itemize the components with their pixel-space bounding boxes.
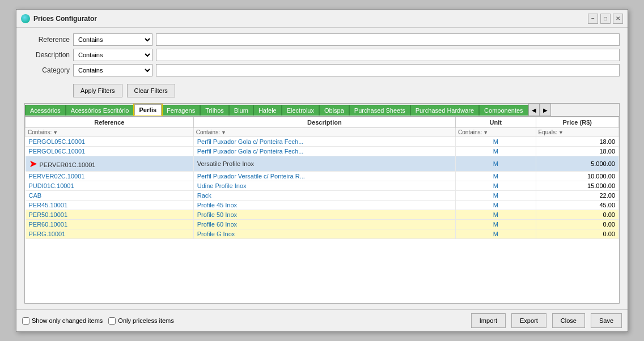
only-priceless-group: Only priceless items [108, 317, 173, 325]
description-input[interactable] [156, 49, 620, 61]
cell-price: 18.00 [536, 147, 618, 156]
col-header-description: Description [193, 117, 455, 128]
save-button[interactable]: Save [591, 313, 622, 328]
cell-ref: PERVER02C.10001 [26, 172, 194, 181]
content-area: Reference Contains Description Contains … [16, 28, 628, 309]
tab-acessorios-escritorio[interactable]: Acessórios Escritório [66, 105, 134, 116]
minimize-button[interactable]: − [588, 14, 598, 24]
clear-filters-button[interactable]: Clear Filters [127, 84, 175, 97]
export-button[interactable]: Export [511, 313, 546, 328]
reference-filter-row: Reference Contains [24, 33, 620, 46]
table-row[interactable]: PUDI01C.10001 Udine Profile Inox M 15.00… [26, 181, 619, 191]
cell-price: 0.00 [536, 229, 618, 239]
table-wrapper[interactable]: Reference Description Unit Price (R$) Co… [25, 117, 619, 303]
tab-obispa[interactable]: Obispa [319, 105, 349, 116]
cell-unit: M [456, 156, 536, 172]
table-area: Acessórios Acessórios Escritório Perfis … [24, 103, 620, 304]
cell-desc: Rack [193, 191, 455, 201]
desc-filter-icon: ▼ [221, 130, 226, 135]
cell-ref: PER45.10001 [26, 201, 194, 210]
description-filter-row: Description Contains [24, 49, 620, 61]
price-filter-icon: ▼ [558, 130, 564, 135]
table-row[interactable]: PERVER02C.10001 Perfil Puxador Versatile… [26, 172, 619, 181]
category-condition-select[interactable]: Contains [73, 64, 152, 76]
cell-desc: Udine Profile Inox [193, 181, 455, 191]
cell-ref: PUDI01C.10001 [26, 181, 194, 191]
tab-trilhos[interactable]: Trilhos [200, 105, 229, 116]
cell-price: 15.000.00 [536, 181, 618, 191]
tab-acessorios[interactable]: Acessórios [25, 105, 66, 116]
tab-purchased-sheets[interactable]: Purchased Sheets [349, 105, 410, 116]
tab-perfis[interactable]: Perfis [134, 104, 162, 116]
table-row[interactable]: PERGOL06C.10001 Perfil Puxador Gola c/ P… [26, 147, 619, 156]
cell-unit: M [456, 191, 536, 201]
description-label: Description [24, 51, 70, 59]
table-row[interactable]: PER45.10001 Profile 45 Inox M 45.00 [26, 201, 619, 210]
tab-blum[interactable]: Blum [229, 105, 253, 116]
table-row[interactable]: PER50.10001 Profile 50 Inox M 0.00 [26, 210, 619, 220]
table-row[interactable]: PERGOL05C.10001 Perfil Puxador Gola c/ P… [26, 137, 619, 147]
cell-unit: M [456, 229, 536, 239]
table-row[interactable]: PERG.10001 Profile G Inox M 0.00 [26, 229, 619, 239]
tab-ferragens[interactable]: Ferragens [162, 105, 200, 116]
cell-unit: M [456, 181, 536, 191]
cell-ref: PERGOL06C.10001 [26, 147, 194, 156]
cell-ref: PER60.10001 [26, 220, 194, 229]
cell-desc: Profile 45 Inox [193, 201, 455, 210]
tabs-row: Acessórios Acessórios Escritório Perfis … [25, 104, 619, 117]
cell-price: 0.00 [536, 210, 618, 220]
tab-componentes[interactable]: Componentes [479, 105, 528, 116]
window-title: Prices Configurator [33, 15, 97, 23]
table-row[interactable]: PER60.10001 Profile 60 Inox M 0.00 [26, 220, 619, 229]
title-bar: Prices Configurator − □ ✕ [16, 10, 628, 28]
apply-filters-button[interactable]: Apply Filters [73, 84, 122, 97]
maximize-button[interactable]: □ [600, 14, 611, 24]
tab-purchased-hardware[interactable]: Purchased Hardware [410, 105, 479, 116]
cell-unit: M [456, 147, 536, 156]
table-row[interactable]: CAB Rack M 22.00 [26, 191, 619, 201]
table-container: Reference Description Unit Price (R$) Co… [25, 117, 619, 303]
cell-desc: Profile 60 Inox [193, 220, 455, 229]
cell-price: 45.00 [536, 201, 618, 210]
reference-input[interactable] [156, 33, 620, 46]
show-changed-checkbox[interactable] [22, 317, 29, 325]
show-changed-group: Show only changed items [22, 317, 103, 325]
category-input[interactable] [156, 64, 620, 76]
tab-electrolux[interactable]: Electrolux [282, 105, 319, 116]
cell-desc: Perfil Puxador Versatile c/ Ponteira R..… [193, 172, 455, 181]
col-header-unit: Unit [456, 117, 536, 128]
cell-unit: M [456, 201, 536, 210]
description-condition-select[interactable]: Contains [73, 49, 152, 61]
main-window: Prices Configurator − □ ✕ Reference Cont… [16, 9, 628, 332]
cell-unit: M [456, 137, 536, 147]
cell-price: 18.00 [536, 137, 618, 147]
category-label: Category [24, 66, 70, 74]
cell-price: 10.000.00 [536, 172, 618, 181]
cell-desc: Profile G Inox [193, 229, 455, 239]
only-priceless-label: Only priceless items [118, 317, 173, 324]
bottom-bar: Show only changed items Only priceless i… [16, 309, 628, 331]
tab-next-button[interactable]: ▶ [540, 104, 551, 116]
col-header-price: Price (R$) [536, 117, 618, 128]
cell-ref: PER50.10001 [26, 210, 194, 220]
close-button[interactable]: ✕ [613, 14, 623, 24]
cell-unit: M [456, 210, 536, 220]
tab-prev-button[interactable]: ◀ [528, 104, 540, 116]
ref-filter-icon: ▼ [53, 130, 58, 135]
cell-price: 0.00 [536, 220, 618, 229]
close-dialog-button[interactable]: Close [552, 313, 585, 328]
cell-unit: M [456, 220, 536, 229]
reference-condition-select[interactable]: Contains [73, 33, 152, 46]
cell-desc: Perfil Puxador Gola c/ Ponteira Fech... [193, 137, 455, 147]
cell-ref: CAB [26, 191, 194, 201]
only-priceless-checkbox[interactable] [108, 317, 116, 325]
cell-ref: PERGOL05C.10001 [26, 137, 194, 147]
tab-hafele[interactable]: Hafele [253, 105, 282, 116]
cell-ref: ➤PERVER01C.10001 [26, 156, 194, 172]
category-filter-row: Category Contains [24, 64, 620, 76]
table-row[interactable]: ➤PERVER01C.10001 Versatile Profile Inox … [26, 156, 619, 172]
cell-price: 5.000.00 [536, 156, 618, 172]
col-header-reference: Reference [26, 117, 194, 128]
show-changed-label: Show only changed items [32, 317, 103, 324]
import-button[interactable]: Import [471, 313, 506, 328]
